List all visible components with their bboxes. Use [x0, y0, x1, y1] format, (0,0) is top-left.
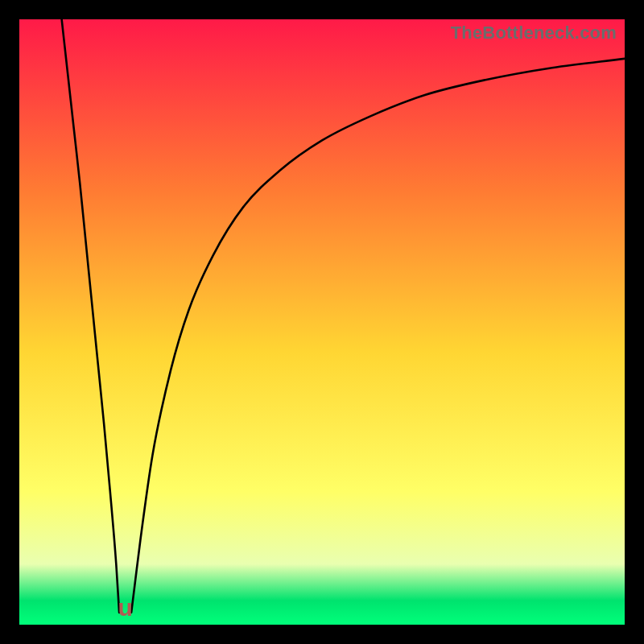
minimum-marker: u: [118, 594, 132, 621]
chart-frame: TheBottleneck.com u: [0, 0, 644, 644]
watermark-text: TheBottleneck.com: [451, 23, 617, 43]
chart-svg: u: [19, 19, 625, 625]
plot-area: TheBottleneck.com u: [19, 19, 625, 625]
gradient-background: [19, 19, 625, 625]
